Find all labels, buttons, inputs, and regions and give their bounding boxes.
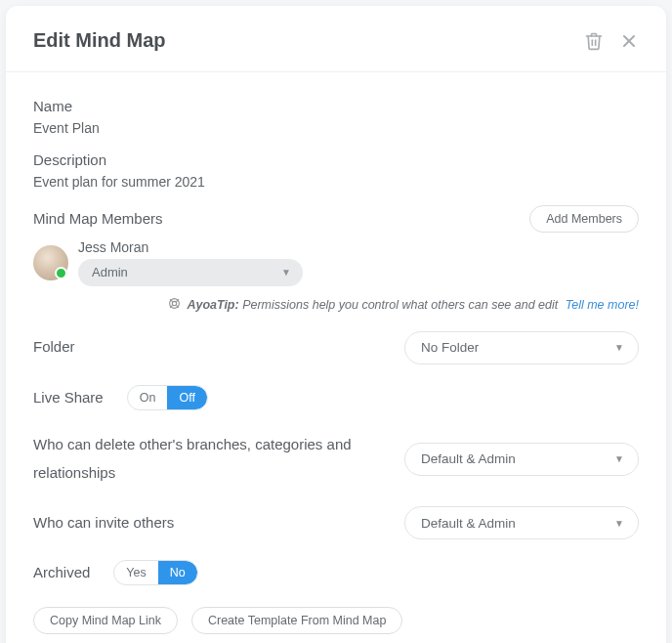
name-label: Name xyxy=(33,98,639,114)
chevron-down-icon: ▼ xyxy=(614,518,624,529)
add-members-button[interactable]: Add Members xyxy=(529,205,639,233)
chevron-down-icon: ▼ xyxy=(614,342,624,353)
members-label: Mind Map Members xyxy=(33,205,163,234)
invite-perm-label: Who can invite others xyxy=(33,509,174,537)
archived-label: Archived xyxy=(33,559,90,587)
description-label: Description xyxy=(33,151,639,168)
tip-prefix: AyoaTip: xyxy=(187,298,238,312)
ayoa-tip: AyoaTip: Permissions help you control wh… xyxy=(33,296,639,312)
edit-mind-map-modal: Edit Mind Map Name Event Plan Descriptio… xyxy=(6,6,666,643)
folder-value: No Folder xyxy=(421,340,479,355)
footer-actions: Copy Mind Map Link Create Template From … xyxy=(33,607,639,634)
lifebuoy-icon xyxy=(168,297,181,313)
toggle-on: On xyxy=(128,386,168,409)
create-template-button[interactable]: Create Template From Mind Map xyxy=(191,607,402,634)
liveshare-toggle[interactable]: On Off xyxy=(127,385,208,410)
tip-link[interactable]: Tell me more! xyxy=(566,298,639,312)
archived-toggle[interactable]: Yes No xyxy=(113,560,197,585)
trash-icon[interactable] xyxy=(584,31,604,51)
toggle-yes: Yes xyxy=(114,561,157,584)
invite-perm-value: Default & Admin xyxy=(421,516,516,531)
name-value[interactable]: Event Plan xyxy=(33,120,639,136)
delete-perm-label: Who can delete other's branches, categor… xyxy=(33,431,365,487)
copy-link-button[interactable]: Copy Mind Map Link xyxy=(33,607,178,634)
delete-perm-value: Default & Admin xyxy=(421,451,516,466)
member-row: Jess Moran Admin ▼ xyxy=(33,239,639,286)
toggle-no: No xyxy=(158,561,197,584)
avatar xyxy=(33,245,68,280)
delete-perm-select[interactable]: Default & Admin ▼ xyxy=(404,443,639,476)
member-role-select[interactable]: Admin ▼ xyxy=(78,259,303,286)
svg-point-3 xyxy=(172,301,176,305)
member-name: Jess Moran xyxy=(78,239,303,255)
invite-perm-select[interactable]: Default & Admin ▼ xyxy=(404,506,639,539)
close-icon[interactable] xyxy=(619,31,639,51)
liveshare-label: Live Share xyxy=(33,384,104,412)
description-value[interactable]: Event plan for summer 2021 xyxy=(33,174,639,190)
toggle-off: Off xyxy=(167,386,206,409)
chevron-down-icon: ▼ xyxy=(281,267,291,278)
folder-select[interactable]: No Folder ▼ xyxy=(404,331,639,364)
modal-title: Edit Mind Map xyxy=(33,29,166,52)
member-role-value: Admin xyxy=(92,265,128,279)
tip-text: Permissions help you control what others… xyxy=(242,298,558,312)
folder-label: Folder xyxy=(33,333,75,362)
modal-header: Edit Mind Map xyxy=(6,6,666,72)
modal-content: Name Event Plan Description Event plan f… xyxy=(6,72,666,643)
chevron-down-icon: ▼ xyxy=(614,453,624,464)
